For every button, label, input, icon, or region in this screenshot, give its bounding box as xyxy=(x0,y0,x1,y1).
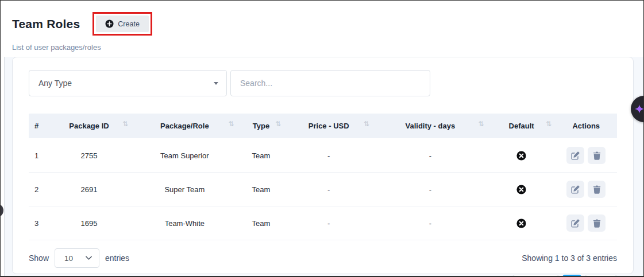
edit-icon xyxy=(571,185,580,194)
column-header-validity-days[interactable]: Validity - days⇅ xyxy=(373,114,488,139)
page-length-value: 10 xyxy=(64,254,73,263)
edit-button[interactable] xyxy=(566,147,584,164)
page-title: Team Roles xyxy=(12,17,80,31)
sparkle-icon xyxy=(635,104,644,114)
column-header-label: Price - USD xyxy=(308,122,349,130)
times-circle-icon xyxy=(516,150,526,159)
roles-card: Any Type #Package ID⇅Package/Role⇅Type⇅P… xyxy=(12,57,634,274)
cell-index: 2 xyxy=(29,173,47,206)
cell-type: Team xyxy=(238,139,285,173)
trash-icon xyxy=(593,185,601,194)
filter-row: Any Type xyxy=(29,70,617,96)
create-button-highlight-box: Create xyxy=(92,12,152,36)
column-header-type[interactable]: Type⇅ xyxy=(238,114,285,139)
cell-package-id: 2755 xyxy=(47,139,132,173)
cell-index: 3 xyxy=(29,206,47,240)
previous-page-button[interactable]: Previous xyxy=(512,275,559,277)
cell-price-usd: - xyxy=(284,173,373,206)
delete-button[interactable] xyxy=(588,181,606,198)
column-header-: # xyxy=(29,114,47,139)
edit-icon xyxy=(571,219,580,228)
chevron-down-icon xyxy=(214,82,218,85)
table-row: 31695Team-WhiteTeam-- xyxy=(29,206,617,240)
delete-button[interactable] xyxy=(588,147,606,164)
cell-type: Team xyxy=(238,173,285,206)
cell-package-role: Super Team xyxy=(132,173,237,206)
cell-actions xyxy=(555,139,617,173)
column-header-label: Package ID xyxy=(69,122,109,130)
table-footer: Show 10 entries Showing 1 to 3 of 3 entr… xyxy=(29,248,617,268)
column-header-label: Type xyxy=(253,122,269,130)
column-header-package-role[interactable]: Package/Role⇅ xyxy=(132,114,237,139)
roles-table: #Package ID⇅Package/Role⇅Type⇅Price - US… xyxy=(29,114,617,240)
column-header-label: Default xyxy=(509,122,534,130)
sort-icon[interactable]: ⇅ xyxy=(479,120,484,128)
column-header-price-usd[interactable]: Price - USD⇅ xyxy=(284,114,373,139)
next-page-button[interactable]: Next xyxy=(585,275,617,277)
show-label: Show xyxy=(29,253,49,263)
column-header-actions: Actions xyxy=(555,114,617,139)
create-button[interactable]: Create xyxy=(96,15,149,32)
cell-default xyxy=(488,206,556,240)
cell-type: Team xyxy=(238,206,285,240)
table-header: #Package ID⇅Package/Role⇅Type⇅Price - US… xyxy=(29,114,617,139)
create-button-label: Create xyxy=(118,20,140,28)
page-length-group: Show 10 entries xyxy=(29,248,129,268)
sort-icon[interactable]: ⇅ xyxy=(546,120,552,128)
column-header-label: Package/Role xyxy=(160,122,209,130)
cell-price-usd: - xyxy=(284,206,373,240)
edit-button[interactable] xyxy=(566,214,584,232)
edit-button[interactable] xyxy=(566,181,584,198)
times-circle-icon xyxy=(516,184,526,193)
cell-validity-days: - xyxy=(373,173,488,206)
cell-validity-days: - xyxy=(373,139,488,173)
table-row: 22691Super TeamTeam-- xyxy=(29,173,617,206)
page-number-button[interactable]: 1 xyxy=(562,275,582,277)
pagination: Previous 1 Next xyxy=(29,275,617,277)
delete-button[interactable] xyxy=(588,214,606,232)
cell-actions xyxy=(555,206,617,240)
column-header-default[interactable]: Default⇅ xyxy=(488,114,556,139)
sort-icon[interactable]: ⇅ xyxy=(275,120,281,128)
type-filter-value: Any Type xyxy=(38,79,72,88)
team-roles-page: Team Roles Create List of user packages/… xyxy=(0,0,644,277)
page-header: Team Roles Create List of user packages/… xyxy=(1,1,643,57)
cell-package-role: Team Superior xyxy=(132,139,237,173)
cell-package-id: 1695 xyxy=(47,206,132,240)
cell-index: 1 xyxy=(29,139,47,173)
plus-circle-icon xyxy=(105,19,114,28)
sort-icon[interactable]: ⇅ xyxy=(364,120,369,128)
trash-icon xyxy=(593,219,601,228)
cell-package-id: 2691 xyxy=(47,173,132,206)
search-input[interactable] xyxy=(230,70,430,96)
table-row: 12755Team SuperiorTeam-- xyxy=(29,139,617,173)
cell-default xyxy=(488,173,556,206)
trash-icon xyxy=(593,151,601,160)
cell-price-usd: - xyxy=(284,139,373,173)
sort-icon[interactable]: ⇅ xyxy=(122,120,128,128)
page-length-select[interactable]: 10 xyxy=(55,248,99,268)
cell-validity-days: - xyxy=(373,206,488,240)
cell-default xyxy=(488,139,556,173)
cell-actions xyxy=(555,173,617,206)
type-filter-select[interactable]: Any Type xyxy=(29,70,227,96)
column-header-label: Validity - days xyxy=(405,122,455,130)
column-header-package-id[interactable]: Package ID⇅ xyxy=(47,114,132,139)
column-header-label: # xyxy=(34,122,38,130)
sort-icon[interactable]: ⇅ xyxy=(228,120,234,128)
column-header-label: Actions xyxy=(572,122,600,130)
showing-entries-text: Showing 1 to 3 of 3 entries xyxy=(522,253,617,263)
edit-icon xyxy=(571,151,580,160)
cell-package-role: Team-White xyxy=(132,206,237,240)
entries-label: entries xyxy=(105,253,129,263)
times-circle-icon xyxy=(516,218,526,227)
left-edge-floating-button[interactable] xyxy=(0,204,3,217)
page-subtitle: List of user packages/roles xyxy=(12,43,643,52)
